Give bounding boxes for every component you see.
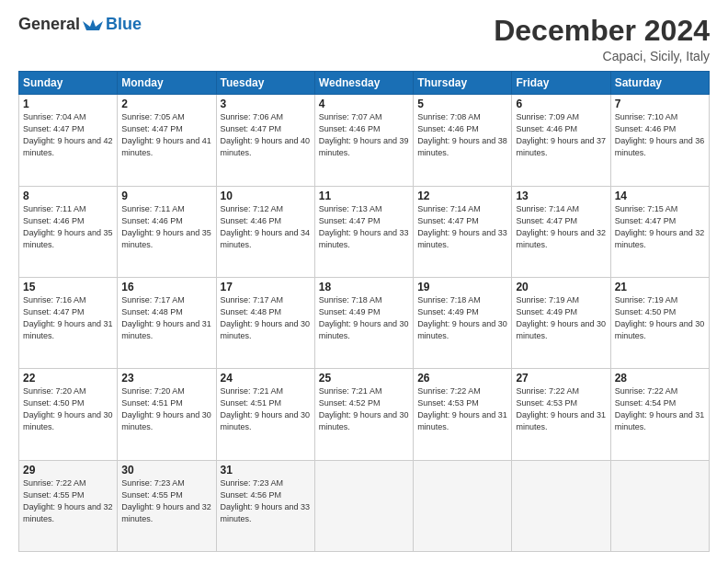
day-cell: 31Sunrise: 7:23 AMSunset: 4:56 PMDayligh… (216, 460, 314, 551)
day-number: 11 (319, 190, 409, 202)
weekday-wednesday: Wednesday (314, 72, 413, 95)
day-cell: 13Sunrise: 7:14 AMSunset: 4:47 PMDayligh… (512, 186, 610, 277)
day-cell (512, 460, 610, 551)
day-number: 12 (417, 190, 507, 202)
day-info: Sunrise: 7:22 AMSunset: 4:53 PMDaylight:… (516, 385, 606, 433)
day-info: Sunrise: 7:16 AMSunset: 4:47 PMDaylight:… (23, 294, 113, 342)
day-cell: 8Sunrise: 7:11 AMSunset: 4:46 PMDaylight… (19, 186, 118, 277)
day-info: Sunrise: 7:11 AMSunset: 4:46 PMDaylight:… (121, 203, 211, 251)
week-row-5: 29Sunrise: 7:22 AMSunset: 4:55 PMDayligh… (19, 460, 710, 551)
week-row-3: 15Sunrise: 7:16 AMSunset: 4:47 PMDayligh… (19, 277, 710, 368)
day-cell (414, 460, 512, 551)
day-info: Sunrise: 7:09 AMSunset: 4:46 PMDaylight:… (516, 111, 606, 159)
day-cell: 20Sunrise: 7:19 AMSunset: 4:49 PMDayligh… (512, 277, 610, 368)
day-info: Sunrise: 7:08 AMSunset: 4:46 PMDaylight:… (417, 111, 507, 159)
day-cell: 2Sunrise: 7:05 AMSunset: 4:47 PMDaylight… (118, 95, 216, 186)
day-cell: 22Sunrise: 7:20 AMSunset: 4:50 PMDayligh… (19, 369, 118, 460)
day-cell: 15Sunrise: 7:16 AMSunset: 4:47 PMDayligh… (19, 277, 118, 368)
day-number: 15 (23, 281, 113, 293)
day-number: 20 (516, 281, 606, 293)
header: General Blue December 2024 Capaci, Sicil… (18, 15, 710, 63)
weekday-friday: Friday (512, 72, 610, 95)
day-number: 30 (121, 464, 211, 477)
day-info: Sunrise: 7:17 AMSunset: 4:48 PMDaylight:… (121, 294, 211, 342)
day-info: Sunrise: 7:19 AMSunset: 4:50 PMDaylight:… (615, 294, 705, 342)
day-cell: 14Sunrise: 7:15 AMSunset: 4:47 PMDayligh… (610, 186, 709, 277)
day-number: 31 (221, 464, 311, 477)
weekday-header-row: SundayMondayTuesdayWednesdayThursdayFrid… (19, 72, 710, 95)
logo: General Blue (18, 15, 142, 34)
day-number: 2 (121, 98, 211, 110)
day-info: Sunrise: 7:14 AMSunset: 4:47 PMDaylight:… (516, 203, 606, 251)
day-number: 3 (221, 98, 311, 110)
day-info: Sunrise: 7:13 AMSunset: 4:47 PMDaylight:… (319, 203, 409, 251)
day-cell: 10Sunrise: 7:12 AMSunset: 4:46 PMDayligh… (216, 186, 314, 277)
day-number: 7 (615, 98, 705, 110)
day-info: Sunrise: 7:20 AMSunset: 4:50 PMDaylight:… (23, 385, 113, 433)
day-info: Sunrise: 7:04 AMSunset: 4:47 PMDaylight:… (23, 111, 113, 159)
day-info: Sunrise: 7:20 AMSunset: 4:51 PMDaylight:… (121, 385, 211, 433)
weekday-tuesday: Tuesday (216, 72, 314, 95)
day-info: Sunrise: 7:18 AMSunset: 4:49 PMDaylight:… (319, 294, 409, 342)
day-number: 18 (319, 281, 409, 293)
day-cell: 5Sunrise: 7:08 AMSunset: 4:46 PMDaylight… (414, 95, 512, 186)
day-cell: 11Sunrise: 7:13 AMSunset: 4:47 PMDayligh… (314, 186, 413, 277)
day-number: 6 (516, 98, 606, 110)
day-info: Sunrise: 7:22 AMSunset: 4:53 PMDaylight:… (417, 385, 507, 433)
day-info: Sunrise: 7:17 AMSunset: 4:48 PMDaylight:… (221, 294, 311, 342)
title-block: December 2024 Capaci, Sicily, Italy (494, 15, 710, 63)
day-number: 9 (121, 190, 211, 202)
svg-marker-0 (83, 19, 103, 30)
weekday-saturday: Saturday (610, 72, 709, 95)
day-info: Sunrise: 7:10 AMSunset: 4:46 PMDaylight:… (615, 111, 705, 159)
day-info: Sunrise: 7:19 AMSunset: 4:49 PMDaylight:… (516, 294, 606, 342)
weekday-monday: Monday (118, 72, 216, 95)
day-number: 5 (417, 98, 507, 110)
week-row-1: 1Sunrise: 7:04 AMSunset: 4:47 PMDaylight… (19, 95, 710, 186)
day-info: Sunrise: 7:07 AMSunset: 4:46 PMDaylight:… (319, 111, 409, 159)
day-info: Sunrise: 7:12 AMSunset: 4:46 PMDaylight:… (221, 203, 311, 251)
day-info: Sunrise: 7:23 AMSunset: 4:56 PMDaylight:… (221, 477, 311, 525)
day-info: Sunrise: 7:22 AMSunset: 4:54 PMDaylight:… (615, 385, 705, 433)
day-cell: 21Sunrise: 7:19 AMSunset: 4:50 PMDayligh… (610, 277, 709, 368)
day-number: 21 (615, 281, 705, 293)
day-number: 13 (516, 190, 606, 202)
location: Capaci, Sicily, Italy (494, 49, 710, 63)
day-info: Sunrise: 7:21 AMSunset: 4:52 PMDaylight:… (319, 385, 409, 433)
week-row-2: 8Sunrise: 7:11 AMSunset: 4:46 PMDaylight… (19, 186, 710, 277)
day-cell: 26Sunrise: 7:22 AMSunset: 4:53 PMDayligh… (414, 369, 512, 460)
logo-text: General Blue (18, 15, 142, 34)
day-number: 27 (516, 372, 606, 385)
day-info: Sunrise: 7:23 AMSunset: 4:55 PMDaylight:… (121, 477, 211, 525)
week-row-4: 22Sunrise: 7:20 AMSunset: 4:50 PMDayligh… (19, 369, 710, 460)
day-cell: 28Sunrise: 7:22 AMSunset: 4:54 PMDayligh… (610, 369, 709, 460)
day-number: 26 (417, 372, 507, 385)
day-cell: 3Sunrise: 7:06 AMSunset: 4:47 PMDaylight… (216, 95, 314, 186)
day-number: 4 (319, 98, 409, 110)
day-cell: 17Sunrise: 7:17 AMSunset: 4:48 PMDayligh… (216, 277, 314, 368)
day-cell: 19Sunrise: 7:18 AMSunset: 4:49 PMDayligh… (414, 277, 512, 368)
day-cell: 24Sunrise: 7:21 AMSunset: 4:51 PMDayligh… (216, 369, 314, 460)
day-number: 10 (221, 190, 311, 202)
day-cell: 1Sunrise: 7:04 AMSunset: 4:47 PMDaylight… (19, 95, 118, 186)
logo-icon (83, 17, 103, 32)
day-number: 25 (319, 372, 409, 385)
weekday-thursday: Thursday (414, 72, 512, 95)
day-info: Sunrise: 7:22 AMSunset: 4:55 PMDaylight:… (23, 477, 113, 525)
day-info: Sunrise: 7:06 AMSunset: 4:47 PMDaylight:… (221, 111, 311, 159)
day-cell: 29Sunrise: 7:22 AMSunset: 4:55 PMDayligh… (19, 460, 118, 551)
day-number: 24 (221, 372, 311, 385)
day-cell: 4Sunrise: 7:07 AMSunset: 4:46 PMDaylight… (314, 95, 413, 186)
day-cell (610, 460, 709, 551)
day-number: 19 (417, 281, 507, 293)
day-cell: 18Sunrise: 7:18 AMSunset: 4:49 PMDayligh… (314, 277, 413, 368)
day-cell: 6Sunrise: 7:09 AMSunset: 4:46 PMDaylight… (512, 95, 610, 186)
day-number: 23 (121, 372, 211, 385)
weekday-sunday: Sunday (19, 72, 118, 95)
day-number: 28 (615, 372, 705, 385)
logo-blue: Blue (106, 15, 142, 34)
day-number: 8 (23, 190, 113, 202)
day-info: Sunrise: 7:05 AMSunset: 4:47 PMDaylight:… (121, 111, 211, 159)
day-cell: 7Sunrise: 7:10 AMSunset: 4:46 PMDaylight… (610, 95, 709, 186)
day-cell: 23Sunrise: 7:20 AMSunset: 4:51 PMDayligh… (118, 369, 216, 460)
